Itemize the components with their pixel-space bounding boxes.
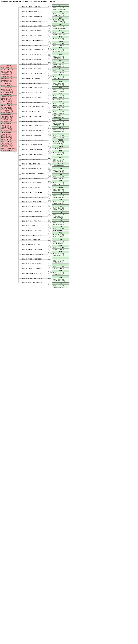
table-field: SBGRP [CHAR (3)] xyxy=(52,64,69,65)
table-header: TFACD xyxy=(52,146,69,148)
table-field: MANDT [CLNT (3)] xyxy=(52,32,69,34)
table-header: T171 xyxy=(52,74,69,76)
table-field: LSTEL [CHAR (2)] xyxy=(52,217,69,219)
relation-label: JITDIALIKP-TPSID = TQCOM-COMMN xyxy=(21,178,43,179)
table-field: INCO1 [CHAR (3)] xyxy=(52,154,69,156)
table-field: KUNNR [CHAR (10)] xyxy=(52,27,69,29)
table-header: T173 xyxy=(52,80,69,82)
cardinality-right: 0..N xyxy=(48,175,51,176)
cardinality-right: 0..N xyxy=(48,88,51,89)
table-field: INCO1 [CHAR (3)] xyxy=(1,78,17,79)
table-field: TRAGR [CHAR (4)] xyxy=(52,178,69,179)
table-field: KAPPL [CHAR (2)] xyxy=(52,114,69,116)
cardinality-right: 0..N xyxy=(48,168,51,170)
relation-label: JITDIALIKP-LSTEL = TVLA-LSTEL xyxy=(21,225,41,226)
relation-label: JITDIALIKP-ABSSC = T691M-ABSSC xyxy=(21,120,42,122)
relation-label: JITDIALIKP-FAKSK = TVFS-FAKSP xyxy=(21,211,41,212)
table-box-tspa: TSPAMANDT [CLNT (3)]SPART [CHAR (2)] xyxy=(52,167,69,173)
table-field: BZIRK [CHAR (6)] xyxy=(52,78,69,80)
table-field: STWAE [CUKY (5)] xyxy=(1,112,17,114)
table-field: TRSPG [CHAR (2)] xyxy=(52,184,69,186)
table-field: MANDT [CLNT (3)] xyxy=(52,240,69,242)
cardinality-right: 0..N xyxy=(48,24,51,26)
table-field: VKBUR [CHAR (4)] xyxy=(1,108,17,110)
table-box-tvko: TVKOMANDT [CLNT (3)]VKORG [CHAR (4)] xyxy=(52,205,69,211)
table-field: AKWAE [CUKY (5)] xyxy=(1,137,17,139)
table-box-tvfs: TVFSMANDT [CLNT (3)]FAKSP [CHAR (2)] xyxy=(52,199,69,204)
svg-line-135 xyxy=(48,208,51,217)
relation-label: JITDIALIKP-VBELN = VBUK-VBELN xyxy=(21,282,42,284)
table-header: AUFK xyxy=(52,11,69,13)
relation-label: JITDIALIKP-VKBUR = TVBUR-VKBUR xyxy=(21,196,43,198)
table-box-vbuk: VBUKMANDT [CLNT (3)]VBELN [CHAR (10)] xyxy=(52,282,69,288)
table-header: KNA1 xyxy=(52,24,69,26)
table-field: INCO2 [CHAR (28)] xyxy=(1,79,17,81)
table-header: TPRIO xyxy=(52,156,69,158)
relation-label: JITDIALIKP-LGTOR = T30B-LGTOR xyxy=(21,92,42,94)
table-box-tvbur: TVBURMANDT [CLNT (3)]VKBUR [CHAR (4)] xyxy=(52,186,69,192)
cardinality-right: 0..N xyxy=(48,187,51,189)
table-header: TVST xyxy=(52,257,69,260)
table-field: FAKSK [CHAR (2)] xyxy=(1,81,17,83)
root-extra-card: (0,1) xyxy=(14,148,16,149)
table-field: MANDT [CLNT (3)] xyxy=(52,49,69,51)
svg-line-18 xyxy=(48,26,51,31)
table-box-ttgr: TTGRMANDT [CLNT (3)]TRAGR [CHAR (4)] xyxy=(52,174,69,179)
table-box-t024b: T024BMANDT [CLNT (3)]SBGRP [CHAR (3)]KKB… xyxy=(52,60,69,67)
relation-label: JITDIALIKP-KUNNR = KNA1-KUNNR xyxy=(21,35,42,36)
svg-line-165 xyxy=(48,260,51,264)
table-field: MANDT [CLNT (3)] xyxy=(52,43,69,44)
cardinality-right: 0..N xyxy=(48,42,51,43)
table-header: JITDIALIKP xyxy=(1,65,17,67)
relation-label: JITDIALIKP-STWAE = TCURC-WAERS xyxy=(21,135,43,136)
table-box-t691m: T691MMANDT [CLNT (3)]ABSSC [CHAR (6)] xyxy=(52,126,69,132)
table-field: MANDT [CLNT (3)] xyxy=(52,111,69,113)
table-field: VKBUR [CHAR (4)] xyxy=(52,190,69,192)
cardinality-right: 0..N xyxy=(48,220,51,222)
relation-label: JITDIALIKP-KUNAG = KNA1-KUNNR xyxy=(21,25,42,27)
table-field: PIOIV [CHAR (2)] xyxy=(1,124,17,126)
table-field: MANDT [CLNT (3)] xyxy=(52,194,69,196)
table-box-tvlk: TVLKMANDT [CLNT (3)]LFART [CHAR (4)] xyxy=(52,226,69,232)
table-box-tvro: TVROMANDT [CLNT (3)]ROUTE [CHAR (6)] xyxy=(52,238,69,244)
table-header: T001W xyxy=(52,41,69,43)
table-field: FAKSP [CHAR (2)] xyxy=(52,203,69,204)
table-header: TVBUR xyxy=(52,186,69,188)
table-box-tvfk: TVFKMANDT [CLNT (3)]FKART [CHAR (4)] xyxy=(52,192,69,198)
relation-label: JITDIALIKP-SBGRP = T024B-SBGRP xyxy=(21,68,42,70)
table-box-tprio: TPRIOMANDT [CLNT (3)]LPRIO [NUMC (2)] xyxy=(52,156,69,162)
relation-label: JITDIALIKP-KALSP = T683-KALSM xyxy=(21,111,41,112)
svg-line-51 xyxy=(48,83,51,84)
table-field: WAERS [CUKY (5)] xyxy=(52,137,69,138)
table-field: PROLI [CHAR (3)] xyxy=(52,143,69,145)
relation-label: JITDIALIKP-LGNUM = T300-LGNUM xyxy=(21,87,42,88)
table-field: VSBED [CHAR (2)] xyxy=(1,88,17,90)
table-field: LPRIO [NUMC (2)] xyxy=(52,160,69,162)
table-box-root: JITDIALIKPMANDT [CLNT (3)]VBELN [CHAR (1… xyxy=(1,64,17,152)
table-field: MANDT [CLNT (3)] xyxy=(52,76,69,78)
table-field: MANDT [CLNT (3)] xyxy=(52,38,69,40)
table-header: TDGC5 xyxy=(52,139,69,141)
relation-label: JITDIALIKP-FKAIV = TVFK-FKART xyxy=(21,201,41,203)
svg-line-15 xyxy=(48,26,51,26)
svg-line-84 xyxy=(48,135,51,136)
table-field: VSART [CHAR (2)] xyxy=(52,84,69,86)
relation-label: JITDIALIKP-VSBED = TVSB-VSBED xyxy=(21,258,42,260)
cardinality-right: 0..N xyxy=(48,48,51,50)
table-field: LFART [CHAR (4)] xyxy=(1,76,17,78)
table-box-t691a: T691AMANDT [CLNT (3)]CTLPC [CHAR (3)]KKB… xyxy=(52,118,69,126)
table-field: MANDT [CLNT (3)] xyxy=(52,222,69,223)
table-box-tcurc: TCURCMANDT [CLNT (3)]WAERS [CUKY (5)] xyxy=(52,133,69,138)
relation-label: JITDIALIKP-ROUTE = TVRO-ROUTE xyxy=(21,249,42,250)
cardinality-right: 0..N xyxy=(48,69,51,70)
relation-label: JITDIALIKP-VKORG = TVKO-VKORG xyxy=(21,220,43,222)
table-header: T014 xyxy=(52,53,69,56)
table-header: T300 xyxy=(52,86,69,88)
relation-label: JITDIALIKP-VKOIV = TVKO-VKORG xyxy=(21,216,42,217)
cardinality-left: (0,1) xyxy=(19,164,22,166)
table-header: TSPA xyxy=(52,167,69,169)
table-field: VSTEL [CHAR (4)] xyxy=(52,261,69,263)
relation-label: JITDIALIKP-KKBER = T014-KKBER xyxy=(21,63,41,65)
table-field: VSBED [CHAR (2)] xyxy=(52,255,69,256)
table-field: SPAIV [CHAR (2)] xyxy=(1,121,17,122)
